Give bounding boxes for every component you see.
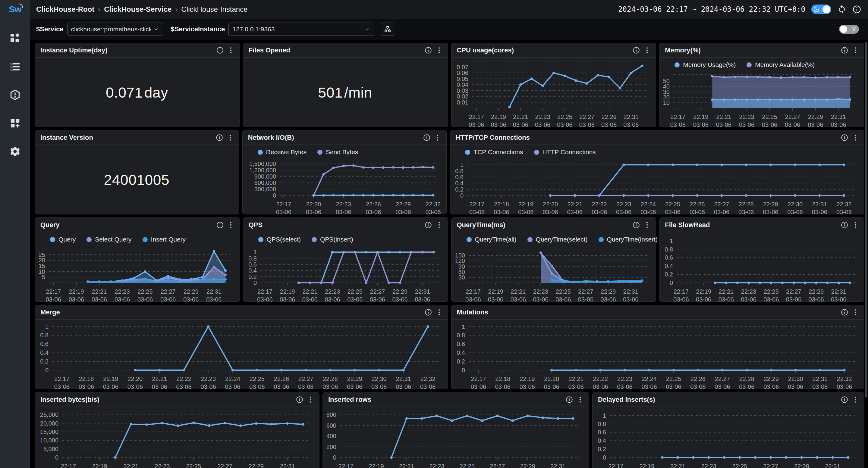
panel-info-icon[interactable] — [632, 46, 640, 54]
panel-more-menu-icon[interactable] — [307, 396, 314, 404]
legend-item[interactable]: QPS(select) — [258, 236, 301, 243]
panel-file-slowread: File SlowRead 00.20.40.60.8122:1703-0622… — [659, 218, 864, 302]
legend-item[interactable]: QPS(insert) — [312, 236, 353, 243]
panel-info-icon[interactable] — [841, 308, 848, 316]
panel-more-menu-icon[interactable] — [851, 308, 859, 316]
svg-text:22:21: 22:21 — [670, 463, 685, 468]
panel-info-icon[interactable] — [841, 396, 848, 404]
sidebar-item-widgets[interactable] — [9, 118, 21, 129]
panel-info-icon[interactable] — [216, 46, 224, 54]
vertical-scrollbar[interactable] — [865, 42, 867, 398]
panel-more-menu-icon[interactable] — [227, 221, 235, 229]
sidebar-item-dashboards[interactable] — [9, 33, 21, 44]
svg-text:22:30: 22:30 — [787, 201, 803, 207]
panel-info-icon[interactable] — [423, 134, 431, 141]
legend-dot — [50, 237, 55, 242]
panel-info-icon[interactable] — [841, 46, 848, 54]
legend-item[interactable]: Select Query — [87, 236, 131, 243]
legend-item[interactable]: Query — [50, 236, 76, 243]
sidebar-item-menu-list[interactable] — [9, 61, 21, 72]
time-range-picker[interactable]: 2024-03-06 22:17 ~ 2024-03-06 22:32 — [618, 5, 771, 13]
svg-text:03-06: 03-06 — [465, 296, 481, 301]
panel-info-icon[interactable] — [424, 308, 432, 316]
svg-text:22:31: 22:31 — [623, 288, 638, 295]
panel-info-icon[interactable] — [216, 134, 223, 141]
panel-more-menu-icon[interactable] — [851, 396, 859, 404]
panel-more-menu-icon[interactable] — [434, 134, 441, 141]
svg-text:400: 400 — [327, 433, 336, 439]
service-select-value: clickhouse::prometheus-clickho — [71, 26, 151, 33]
panel-memory: Memory(%) Memory Usage(%)Memory Availabl… — [659, 43, 864, 127]
topology-button[interactable] — [381, 23, 394, 36]
panel-info-icon[interactable] — [216, 221, 224, 229]
legend-item[interactable]: HTTP Connections — [534, 148, 596, 156]
legend-item[interactable]: Receive Bytes — [258, 148, 307, 156]
skywalking-logo[interactable]: Sw — [0, 0, 30, 19]
theme-toggle[interactable] — [811, 4, 831, 14]
panel-body: TCP ConnectionsHTTP Connections00.20.40.… — [450, 145, 864, 214]
panel-more-menu-icon[interactable] — [226, 134, 234, 141]
svg-text:22:19: 22:19 — [520, 375, 535, 382]
svg-text:22:31: 22:31 — [207, 288, 221, 295]
panel-files-opened: Files Opened 501/min — [243, 43, 448, 127]
svg-text:25,000: 25,000 — [40, 411, 59, 418]
legend-item[interactable]: TCP Connections — [465, 148, 523, 156]
legend-item[interactable]: Insert Query — [143, 236, 186, 243]
edit-mode-toggle[interactable]: V — [839, 25, 859, 34]
panel-info-icon[interactable] — [565, 396, 573, 404]
legend-item[interactable]: Memory Available(%) — [747, 61, 815, 68]
chart-area: 30609012015022:1703-0622:1903-0622:2103-… — [453, 246, 654, 301]
panel-header: File SlowRead — [659, 218, 864, 232]
legend-label: QueryTime(insert) — [607, 236, 658, 243]
legend-item[interactable]: QueryTime(all) — [467, 236, 517, 243]
service-select[interactable]: clickhouse::prometheus-clickho — [67, 23, 163, 36]
panel-more-menu-icon[interactable] — [851, 134, 859, 141]
svg-text:03-06: 03-06 — [470, 383, 486, 389]
sidebar-item-alerts[interactable] — [9, 89, 21, 101]
panel-more-menu-icon[interactable] — [435, 308, 443, 316]
svg-text:22:25: 22:25 — [460, 463, 475, 468]
svg-text:22:32: 22:32 — [421, 375, 435, 382]
svg-text:0.8: 0.8 — [664, 246, 673, 253]
legend-item[interactable]: QueryTime(insert) — [598, 236, 658, 243]
svg-text:0.8: 0.8 — [40, 332, 49, 338]
info-icon[interactable] — [852, 5, 861, 14]
svg-text:22:27: 22:27 — [763, 463, 778, 468]
breadcrumb-instance[interactable]: ClickHouse-Instance — [181, 5, 247, 13]
svg-text:22:25: 22:25 — [555, 288, 570, 295]
panel-more-menu-icon[interactable] — [227, 46, 235, 54]
filter-toolbar: $Service clickhouse::prometheus-clickho … — [30, 19, 868, 40]
svg-text:1: 1 — [45, 324, 49, 330]
panel-header: Query — [35, 218, 240, 232]
panel-info-icon[interactable] — [632, 221, 640, 229]
refresh-icon[interactable] — [837, 5, 846, 14]
panel-more-menu-icon[interactable] — [576, 396, 584, 404]
panel-more-menu-icon[interactable] — [643, 46, 651, 54]
legend-item[interactable]: Send Bytes — [317, 148, 358, 156]
panel-header: QPS — [243, 218, 448, 232]
svg-text:0.4: 0.4 — [40, 349, 49, 356]
svg-text:03-06: 03-06 — [764, 383, 779, 389]
svg-text:22:19: 22:19 — [491, 113, 506, 120]
legend-item[interactable]: QueryTime(select) — [527, 236, 588, 243]
svg-text:03-06: 03-06 — [670, 121, 686, 127]
legend-item[interactable]: Memory Usage(%) — [675, 61, 736, 68]
service-instance-select[interactable]: 127.0.0.1:9363 — [228, 23, 374, 36]
svg-text:0.6: 0.6 — [40, 341, 49, 347]
svg-text:22:24: 22:24 — [225, 375, 240, 382]
panel-more-menu-icon[interactable] — [435, 46, 443, 54]
panel-more-menu-icon[interactable] — [851, 221, 859, 229]
panel-info-icon[interactable] — [296, 396, 304, 404]
svg-text:22:26: 22:26 — [690, 201, 705, 207]
panel-info-icon[interactable] — [424, 221, 432, 229]
panel-info-icon[interactable] — [424, 46, 432, 54]
panel-more-menu-icon[interactable] — [851, 46, 859, 54]
panel-info-icon[interactable] — [841, 134, 848, 141]
panel-info-icon[interactable] — [841, 221, 848, 229]
panel-more-menu-icon[interactable] — [435, 221, 443, 229]
sidebar-item-settings[interactable] — [9, 146, 21, 157]
panel-more-menu-icon[interactable] — [643, 221, 651, 229]
breadcrumb-service[interactable]: ClickHouse-Service — [104, 5, 172, 13]
panel-title: QPS — [249, 221, 262, 229]
breadcrumb-root[interactable]: ClickHouse-Root — [36, 5, 94, 13]
